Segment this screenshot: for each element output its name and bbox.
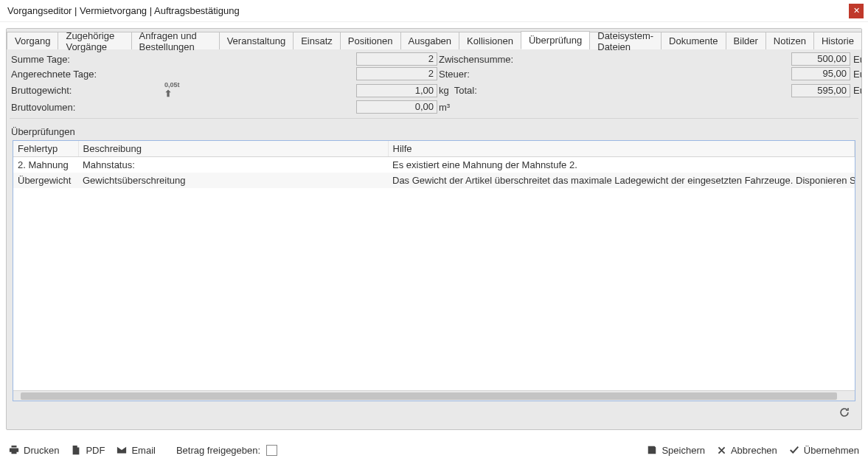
apply-button[interactable]: Übernehmen (789, 445, 859, 456)
tab-kollisionen[interactable]: Kollisionen (459, 32, 521, 49)
checks-table: Fehlertyp Beschreibung Hilfe 2. Mahnung … (13, 141, 855, 188)
table-row[interactable]: Übergewicht Gewichtsüberschreitung Das G… (13, 173, 855, 188)
tab-ueberpruefung[interactable]: Überprüfung (521, 31, 590, 49)
table-row[interactable]: 2. Mahnung Mahnstatus: Es existiert eine… (13, 157, 855, 173)
bruttovolumen-unit: m³ (437, 102, 548, 113)
window-title: Vorgangseditor | Vermietvorgang | Auftra… (7, 5, 240, 16)
save-icon (647, 445, 657, 455)
apply-icon (789, 445, 799, 455)
summary-grid: Summe Tage: 2 Zwischensumme: 500,00 Eur … (10, 52, 858, 114)
cell-fehlertyp: Übergewicht (13, 173, 78, 188)
cancel-label: Abbrechen (731, 445, 777, 456)
weight-icon-text: 0,05t (164, 81, 180, 89)
zwischensumme-value: 500,00 (791, 52, 850, 66)
tab-content-ueberpruefung: Summe Tage: 2 Zwischensumme: 500,00 Eur … (7, 49, 861, 422)
tab-einsatz[interactable]: Einsatz (293, 32, 341, 49)
cell-hilfe: Es existiert eine Mahnung der Mahnstufe … (388, 157, 855, 173)
tab-label: Anfragen und Bestellungen (139, 30, 212, 52)
col-hilfe[interactable]: Hilfe (388, 141, 855, 157)
tab-bilder[interactable]: Bilder (726, 32, 766, 49)
cell-beschreibung: Gewichtsüberschreitung (78, 173, 388, 188)
tab-label: Notizen (774, 35, 806, 46)
tab-label: Positionen (348, 35, 393, 46)
bruttogewicht-value: 1,00 (356, 84, 437, 97)
total-group: kg Total: (437, 85, 548, 96)
table-horizontal-scrollbar[interactable] (13, 390, 855, 401)
cancel-icon (717, 446, 726, 455)
tab-veranstaltung[interactable]: Veranstaltung (219, 32, 294, 49)
tab-anfragen-bestellungen[interactable]: Anfragen und Bestellungen (131, 32, 220, 49)
apply-label: Übernehmen (804, 445, 859, 456)
tab-dokumente[interactable]: Dokumente (661, 32, 726, 49)
pdf-label: PDF (86, 445, 105, 456)
checks-section-header: Überprüfungen (10, 118, 858, 140)
zwischensumme-currency: Eur (850, 54, 862, 65)
tab-vorgang[interactable]: Vorgang (7, 32, 58, 49)
cell-hilfe: Das Gewicht der Artikel überschreitet da… (388, 173, 855, 188)
angerechnete-tage-label: Angerechnete Tage: (10, 69, 164, 80)
titlebar: Vorgangseditor | Vermietvorgang | Auftra… (0, 0, 868, 22)
betrag-freigegeben-group: Betrag freigegeben: (176, 445, 277, 456)
table-empty-area (13, 188, 855, 390)
tab-dateisystem-dateien[interactable]: Dateisystem-Dateien (589, 32, 662, 49)
tab-label: Historie (822, 35, 854, 46)
total-value: 595,00 (791, 84, 850, 97)
print-label: Drucken (24, 445, 59, 456)
tab-label: Vorgang (15, 35, 50, 46)
total-currency: Eur (850, 85, 862, 96)
summe-tage-value: 2 (356, 52, 437, 66)
col-beschreibung[interactable]: Beschreibung (78, 141, 388, 157)
save-button[interactable]: Speichern (647, 445, 705, 456)
betrag-freigegeben-checkbox[interactable] (266, 445, 277, 456)
cancel-button[interactable]: Abbrechen (717, 445, 777, 456)
total-label: Total: (454, 85, 477, 96)
col-fehlertyp[interactable]: Fehlertyp (13, 141, 78, 157)
tab-positionen[interactable]: Positionen (340, 32, 401, 49)
tab-label: Einsatz (301, 35, 333, 46)
save-label: Speichern (662, 445, 705, 456)
tab-label: Dateisystem-Dateien (597, 30, 653, 52)
betrag-freigegeben-label: Betrag freigegeben: (176, 445, 260, 456)
steuer-value: 95,00 (791, 67, 850, 80)
bruttogewicht-label: Bruttogewicht: (10, 85, 164, 96)
tab-zugehoerige-vorgaenge[interactable]: Zugehörige Vorgänge (58, 32, 131, 49)
cell-beschreibung: Mahnstatus: (78, 157, 388, 173)
tab-label: Überprüfung (529, 35, 582, 46)
angerechnete-tage-value: 2 (356, 67, 437, 80)
tab-label: Zugehörige Vorgänge (66, 30, 123, 52)
print-icon (9, 445, 19, 455)
bottom-toolbar: Drucken PDF Email Betrag freigegeben: Sp… (0, 436, 868, 464)
zwischensumme-label: Zwischensumme: (437, 54, 548, 65)
close-button[interactable]: ✕ (849, 4, 864, 18)
email-label: Email (131, 445, 156, 456)
summe-tage-label: Summe Tage: (10, 54, 164, 65)
close-icon: ✕ (853, 7, 860, 15)
tab-label: Ausgaben (409, 35, 452, 46)
reload-icon (839, 406, 850, 418)
tab-label: Bilder (734, 35, 758, 46)
pdf-button[interactable]: PDF (71, 445, 105, 456)
tab-historie[interactable]: Historie (813, 32, 862, 49)
tab-label: Veranstaltung (227, 35, 286, 46)
reload-button[interactable] (838, 406, 851, 419)
scrollbar-thumb[interactable] (21, 392, 837, 400)
bruttogewicht-unit: kg (439, 85, 449, 96)
steuer-label: Steuer: (437, 69, 548, 80)
main-frame: Vorgang Zugehörige Vorgänge Anfragen und… (6, 28, 862, 430)
tab-ausgaben[interactable]: Ausgaben (400, 32, 460, 49)
print-button[interactable]: Drucken (9, 445, 59, 456)
tab-label: Dokumente (669, 35, 718, 46)
steuer-currency: Eur (850, 69, 862, 80)
checks-table-wrap: Fehlertyp Beschreibung Hilfe 2. Mahnung … (13, 140, 855, 401)
email-button[interactable]: Email (117, 445, 156, 456)
tab-notizen[interactable]: Notizen (765, 32, 814, 49)
bruttovolumen-label: Bruttovolumen: (10, 102, 164, 113)
tab-label: Kollisionen (467, 35, 513, 46)
pdf-icon (71, 445, 81, 455)
tab-bar: Vorgang Zugehörige Vorgänge Anfragen und… (7, 29, 861, 49)
weight-icon: 0,05t ⬆ (164, 82, 180, 99)
cell-fehlertyp: 2. Mahnung (13, 157, 78, 173)
email-icon (117, 446, 127, 454)
bruttovolumen-value: 0,00 (356, 100, 437, 114)
